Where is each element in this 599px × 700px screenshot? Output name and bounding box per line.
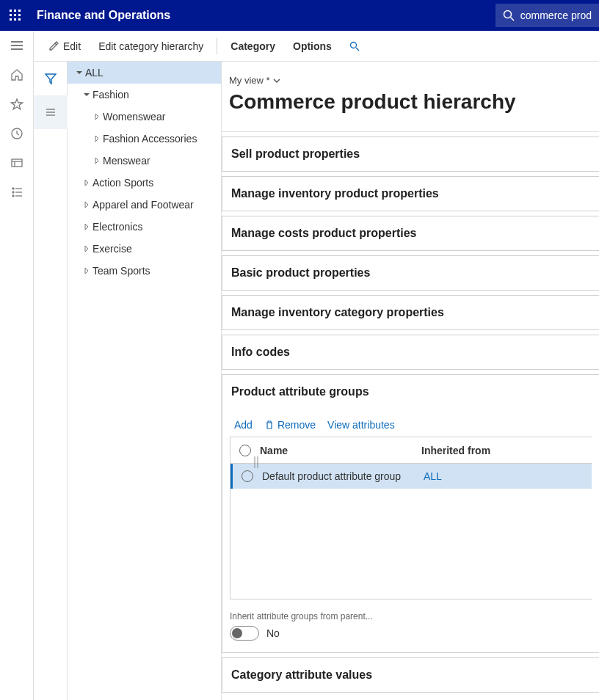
options-menu[interactable]: Options: [286, 36, 339, 56]
inherit-label: Inherit attribute groups from parent...: [230, 611, 592, 621]
tree-node[interactable]: Fashion: [68, 84, 221, 106]
svg-point-18: [12, 188, 14, 189]
edit-category-hierarchy-button[interactable]: Edit category hierarchy: [91, 36, 211, 56]
section-header[interactable]: Manage costs product properties: [222, 216, 599, 250]
svg-rect-15: [12, 159, 22, 167]
filter-button[interactable]: [34, 62, 68, 95]
list-view-button[interactable]: [34, 95, 68, 129]
filter-icon: [44, 72, 57, 85]
tree-node[interactable]: Menswear: [68, 150, 221, 172]
tree-node[interactable]: Womenswear: [68, 106, 221, 128]
divider: [217, 38, 217, 54]
nav-workspaces-button[interactable]: [0, 148, 34, 178]
svg-rect-7: [14, 18, 16, 21]
svg-rect-3: [10, 14, 12, 16]
caret-right-icon: [91, 114, 103, 120]
select-all-checkbox[interactable]: [239, 445, 251, 456]
tree-node[interactable]: Team Sports: [68, 260, 221, 282]
chevron-down-icon: [273, 77, 280, 84]
svg-rect-4: [14, 14, 16, 16]
svg-rect-8: [18, 18, 21, 21]
svg-rect-5: [18, 14, 21, 16]
tree-node-root[interactable]: ALL: [68, 62, 222, 84]
section-header[interactable]: Manage inventory product properties: [222, 177, 599, 211]
section-header[interactable]: Sell product properties: [222, 137, 599, 171]
splitter-handle[interactable]: [253, 455, 260, 470]
nav-modules-button[interactable]: [0, 178, 34, 207]
page-title: Commerce product hierarchy: [229, 90, 592, 114]
caret-right-icon: [81, 180, 92, 186]
column-header-name[interactable]: Name: [260, 445, 421, 456]
caret-down-icon: [81, 92, 92, 98]
section-header[interactable]: Product attribute groups: [222, 375, 599, 409]
nav-recent-button[interactable]: [0, 119, 34, 148]
tree-node[interactable]: Action Sports: [68, 172, 221, 194]
nav-favorites-button[interactable]: [0, 90, 34, 119]
search-icon: [349, 41, 360, 51]
tree-node[interactable]: Exercise: [68, 238, 221, 260]
inherit-toggle[interactable]: [230, 626, 259, 641]
nav-home-button[interactable]: [0, 60, 34, 90]
svg-rect-0: [10, 10, 12, 12]
table-row[interactable]: Default product attribute group ALL: [230, 464, 592, 489]
section-header[interactable]: Info codes: [222, 335, 599, 369]
trash-icon: [264, 420, 275, 430]
add-button[interactable]: Add: [234, 419, 253, 431]
svg-point-20: [12, 192, 14, 193]
svg-point-9: [504, 11, 511, 18]
pencil-icon: [48, 41, 59, 51]
caret-right-icon: [81, 224, 92, 230]
category-tree[interactable]: ALL Fashion Womenswear Fashion Accessori…: [68, 62, 222, 700]
caret-right-icon: [81, 268, 92, 274]
search-text: commerce prod: [520, 10, 592, 21]
view-selector[interactable]: My view *: [229, 75, 592, 86]
svg-rect-2: [18, 10, 21, 12]
app-title: Finance and Operations: [31, 9, 170, 22]
caret-down-icon: [73, 70, 85, 76]
svg-line-10: [510, 18, 514, 21]
section-header[interactable]: Category attribute values: [222, 658, 599, 692]
attribute-groups-grid: Name Inherited from Default product attr…: [230, 437, 592, 599]
caret-right-icon: [91, 136, 103, 142]
category-menu[interactable]: Category: [223, 36, 283, 56]
caret-right-icon: [81, 246, 92, 252]
cell-name: Default product attribute group: [262, 470, 424, 482]
app-launcher-button[interactable]: [0, 0, 31, 31]
remove-button[interactable]: Remove: [264, 419, 316, 431]
edit-button[interactable]: Edit: [41, 36, 88, 56]
list-icon: [44, 106, 57, 119]
nav-hamburger-button[interactable]: [0, 31, 34, 60]
svg-rect-1: [14, 10, 16, 12]
column-header-inherited[interactable]: Inherited from: [421, 445, 592, 456]
row-checkbox[interactable]: [242, 470, 253, 482]
section-header[interactable]: Manage inventory category properties: [222, 296, 599, 329]
svg-point-22: [12, 195, 14, 197]
tree-node[interactable]: Fashion Accessories: [68, 128, 221, 150]
section-header[interactable]: Basic product properties: [222, 256, 599, 290]
tree-node[interactable]: Apparel and Footwear: [68, 194, 221, 216]
svg-point-24: [350, 42, 356, 48]
tree-node[interactable]: Electronics: [68, 216, 221, 238]
inherit-value: No: [266, 627, 280, 639]
view-attributes-button[interactable]: View attributes: [327, 419, 395, 431]
caret-right-icon: [81, 202, 92, 208]
svg-line-25: [356, 48, 359, 51]
global-search-input[interactable]: commerce prod: [495, 4, 599, 27]
cell-inherited-link[interactable]: ALL: [424, 470, 592, 482]
find-button[interactable]: [342, 37, 367, 56]
svg-rect-6: [10, 18, 12, 21]
caret-right-icon: [91, 158, 103, 164]
